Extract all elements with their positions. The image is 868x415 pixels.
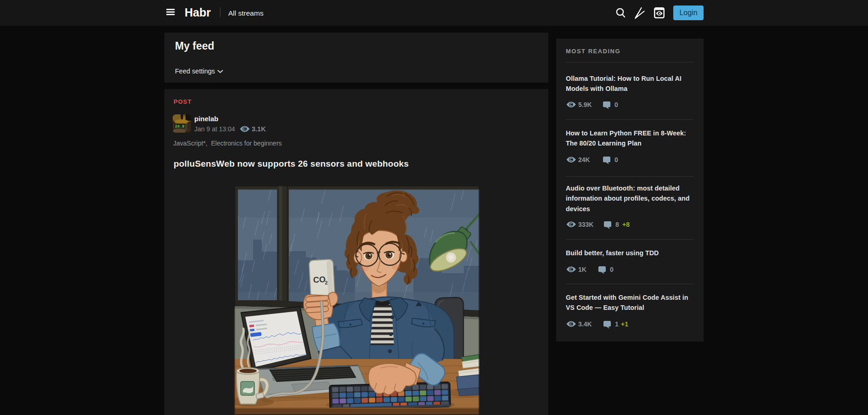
svg-text:24.9: 24.9 — [175, 124, 184, 129]
